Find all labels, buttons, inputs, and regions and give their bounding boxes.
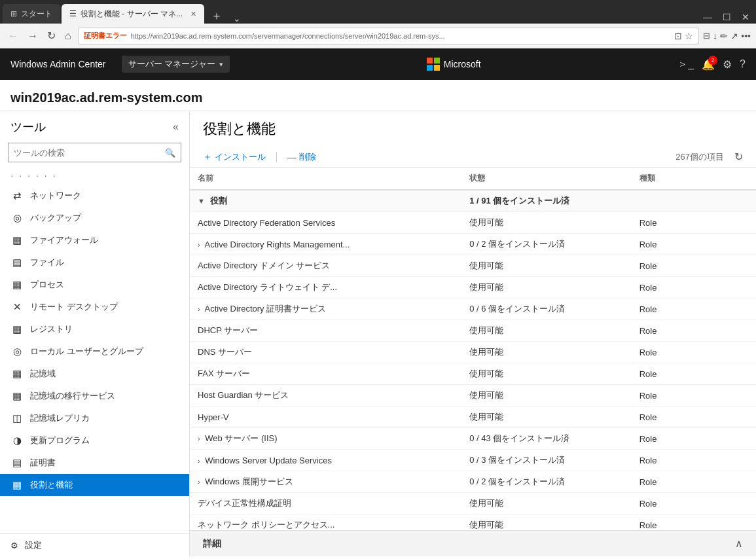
expand-icon-1[interactable]: › — [198, 241, 200, 249]
terminal-icon[interactable]: ＞_ — [677, 58, 694, 71]
table-row[interactable]: › Web サーバー (IIS) 0 / 43 個をインストール済 Role — [190, 428, 756, 450]
tools-title: ツール — [10, 119, 46, 135]
help-icon[interactable]: ? — [740, 58, 746, 70]
server-title-area: win2019ac.ad.rem-system.com — [0, 80, 756, 111]
sidebar-item-updates[interactable]: ◑ 更新プログラム — [0, 429, 189, 452]
back-button[interactable]: ← — [5, 29, 21, 43]
row-name-3: Active Directory ライトウェイト デ... — [190, 277, 461, 298]
row-type-8: Role — [632, 385, 756, 406]
details-toggle-button[interactable]: ∧ — [735, 537, 743, 550]
row-name-10: › Web サーバー (IIS) — [190, 428, 461, 450]
sidebar-item-roles[interactable]: ▦ 役割と機能 — [0, 474, 189, 496]
col-header-status[interactable]: 状態 — [461, 168, 632, 190]
notification-button[interactable]: 🔔 2 — [702, 58, 715, 71]
sidebar-item-network-label: ネットワーク — [30, 190, 81, 202]
item-count: 267個の項目 — [675, 151, 724, 163]
read-view-icon[interactable]: ⊟ — [703, 31, 710, 41]
sidebar-item-certificates[interactable]: ▤ 証明書 — [0, 452, 189, 474]
row-type-14: Role — [632, 514, 756, 531]
microsoft-brand-label: Microsoft — [444, 59, 481, 69]
collapse-sidebar-button[interactable]: « — [173, 121, 179, 133]
table-row[interactable]: Active Directory ドメイン サービス 使用可能 Role — [190, 255, 756, 277]
table-row[interactable]: ネットワーク ポリシーとアクセス... 使用可能 Role — [190, 514, 756, 531]
roles-table: 名前 状態 種類 ▼ 役割 1 / 91 個をインストール済 — [190, 168, 756, 530]
roles-tab-close[interactable]: ✕ — [190, 10, 196, 18]
table-row[interactable]: Active Directory ライトウェイト デ... 使用可能 Role — [190, 277, 756, 298]
sidebar-search-box[interactable]: 🔍 — [8, 143, 181, 162]
sidebar-item-files[interactable]: ▤ ファイル — [0, 251, 189, 274]
close-button[interactable]: ✕ — [738, 10, 753, 24]
ms-sq-yellow — [434, 65, 440, 71]
expand-icon-12[interactable]: › — [198, 478, 200, 486]
table-row[interactable]: Hyper-V 使用可能 Role — [190, 406, 756, 428]
table-row[interactable]: › Active Directory 証明書サービス 0 / 6 個をインストー… — [190, 298, 756, 320]
delete-button[interactable]: — 削除 — [287, 151, 316, 163]
sidebar-item-process[interactable]: ▦ プロセス — [0, 274, 189, 296]
tab-start[interactable]: ⊞ スタート — [3, 4, 60, 24]
row-status-10: 0 / 43 個をインストール済 — [461, 428, 632, 450]
group-row-roles[interactable]: ▼ 役割 1 / 91 個をインストール済 — [190, 190, 756, 212]
storage-replica-icon: ◫ — [10, 412, 24, 424]
row-name-14: ネットワーク ポリシーとアクセス... — [190, 514, 461, 531]
table-row[interactable]: › Windows 展開サービス 0 / 2 個をインストール済 Role — [190, 471, 756, 493]
row-status-13: 使用可能 — [461, 493, 632, 514]
downloads-icon[interactable]: ↓ — [713, 31, 717, 41]
sidebar-item-network[interactable]: ⇄ ネットワーク — [0, 185, 189, 207]
sidebar-item-local-users-label: ローカル ユーザーとグループ — [30, 346, 143, 357]
address-bar[interactable]: 証明書エラー https://win2019ac.ad.rem-system.c… — [78, 27, 700, 45]
table-row[interactable]: FAX サーバー 使用可能 Role — [190, 363, 756, 385]
table-row[interactable]: Active Directory Federation Services 使用可… — [190, 212, 756, 234]
table-row[interactable]: › Windows Server Update Services 0 / 3 個… — [190, 450, 756, 471]
sidebar-item-storage[interactable]: ▦ 記憶域 — [0, 363, 189, 385]
sidebar-search-input[interactable] — [14, 148, 165, 158]
more-icon[interactable]: ••• — [741, 31, 751, 41]
table-row[interactable]: › Active Directory Rights Management... … — [190, 234, 756, 255]
col-header-type[interactable]: 種類 — [632, 168, 756, 190]
sidebar-item-firewall[interactable]: ▦ ファイアウォール — [0, 229, 189, 251]
favorite-icon[interactable]: ☆ — [685, 31, 693, 41]
table-row[interactable]: デバイス正常性構成証明 使用可能 Role — [190, 493, 756, 514]
sidebar-settings-label: 設定 — [25, 539, 42, 551]
sidebar-item-storage-replica-label: 記憶域レプリカ — [30, 412, 90, 424]
sidebar-item-storage-replica[interactable]: ◫ 記憶域レプリカ — [0, 407, 189, 429]
expand-icon-11[interactable]: › — [198, 457, 200, 465]
tab-dropdown-button[interactable]: ⌄ — [229, 13, 245, 24]
wac-center: Microsoft — [230, 58, 677, 71]
row-name-11: › Windows Server Update Services — [190, 450, 461, 471]
expand-icon-10[interactable]: › — [198, 435, 200, 442]
address-url: https://win2019ac.ad.rem-system.com/serv… — [131, 32, 671, 40]
sidebar-item-registry-label: レジストリ — [30, 323, 73, 335]
expand-icon-4[interactable]: › — [198, 305, 200, 313]
table-row[interactable]: Host Guardian サービス 使用可能 Role — [190, 385, 756, 406]
forward-button[interactable]: → — [25, 29, 41, 43]
main-layout: ツール « 🔍 · · · · · · ⇄ ネットワーク ◎ バックアップ ▦ … — [0, 111, 756, 556]
sidebar-item-local-users[interactable]: ◎ ローカル ユーザーとグループ — [0, 340, 189, 363]
maximize-button[interactable]: ☐ — [719, 10, 735, 24]
group-expand-icon[interactable]: ▼ — [198, 197, 205, 205]
install-button[interactable]: ＋ インストール — [203, 151, 266, 163]
table-row[interactable]: DNS サーバー 使用可能 Role — [190, 342, 756, 363]
row-type-7: Role — [632, 363, 756, 385]
split-view-icon[interactable]: ⊡ — [674, 31, 682, 41]
sidebar-item-remote-desktop[interactable]: ✕ リモート デスクトップ — [0, 296, 189, 318]
minimize-button[interactable]: — — [699, 10, 716, 24]
refresh-list-button[interactable]: ↻ — [734, 151, 743, 163]
settings-icon[interactable]: ⚙ — [723, 58, 732, 71]
page-title: 役割と機能 — [203, 120, 276, 137]
sidebar-settings-item[interactable]: ⚙ 設定 — [0, 533, 189, 556]
delete-icon: — — [287, 152, 297, 162]
new-tab-button[interactable]: ＋ — [206, 8, 228, 24]
sidebar-item-storage-migration[interactable]: ▦ 記憶域の移行サービス — [0, 385, 189, 407]
tab-roles[interactable]: ☰ 役割と機能 - サーバー マネ... ✕ — [62, 4, 204, 24]
tools-header: ツール « — [0, 111, 189, 143]
server-manager-nav[interactable]: サーバー マネージャー ▾ — [122, 56, 230, 73]
sidebar-item-registry[interactable]: ▦ レジストリ — [0, 318, 189, 340]
row-type-12: Role — [632, 471, 756, 493]
table-row[interactable]: DHCP サーバー 使用可能 Role — [190, 320, 756, 342]
refresh-button[interactable]: ↻ — [45, 28, 58, 43]
sidebar-item-backup[interactable]: ◎ バックアップ — [0, 207, 189, 229]
pen-icon[interactable]: ✏ — [720, 31, 728, 41]
share-icon[interactable]: ↗ — [730, 31, 738, 41]
col-header-name[interactable]: 名前 — [190, 168, 461, 190]
home-button[interactable]: ⌂ — [62, 29, 74, 43]
